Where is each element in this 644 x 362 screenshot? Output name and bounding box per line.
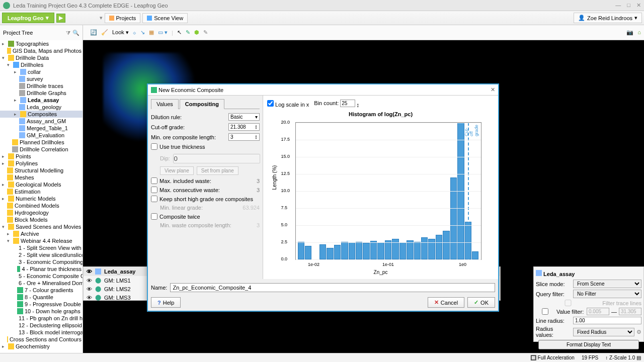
- keep-short-high-grade-check[interactable]: [151, 196, 157, 202]
- clear-icon[interactable]: 🧹: [101, 29, 108, 36]
- dialog-title: New Economic Composite: [158, 87, 223, 93]
- value-filter-check[interactable]: [536, 308, 554, 315]
- max-included-waste-check[interactable]: [151, 177, 157, 184]
- tool-icon[interactable]: ▦: [149, 29, 154, 36]
- project-tree[interactable]: ▸Topographies GIS Data, Maps and Photos …: [0, 40, 83, 353]
- tree-header: Project Tree ⧩🔍: [0, 25, 83, 40]
- tool-icon[interactable]: ✎: [203, 29, 208, 36]
- use-true-thickness-check[interactable]: [151, 143, 157, 150]
- pencil-icon[interactable]: ✎: [186, 29, 190, 36]
- status-zscale[interactable]: ↕ Z-Scale 1.0 ▤: [605, 355, 641, 360]
- view-plane-button: View plane: [160, 166, 194, 175]
- tab-scene-view[interactable]: Scene View: [142, 13, 188, 23]
- home-icon[interactable]: ⌂: [637, 29, 641, 36]
- chart-title: Histogram of log(Zn_pc): [267, 111, 494, 117]
- ok-button[interactable]: ✓OK: [467, 297, 495, 308]
- top-toolbar: Leapfrog Geo▾ ▶ ▾ Projects Scene View 👤Z…: [0, 11, 644, 25]
- dialog-icon: [151, 87, 157, 93]
- composite-twice-check[interactable]: [151, 213, 157, 220]
- cursor-icon[interactable]: ↖: [177, 29, 182, 36]
- tab-values[interactable]: Values: [151, 99, 179, 109]
- tool-icon[interactable]: ▭ ▾: [158, 29, 168, 36]
- cancel-button[interactable]: ✕Cancel: [428, 297, 464, 308]
- tool-icon[interactable]: ⬢: [194, 29, 199, 36]
- new-economic-composite-dialog: New Economic Composite ✕ Values Composit…: [147, 83, 499, 312]
- minimize-icon[interactable]: —: [615, 2, 621, 9]
- status-fps: 19 FPS: [582, 355, 598, 360]
- query-filter-select[interactable]: No Filter: [573, 290, 641, 298]
- histogram-chart: Length (%) Cut-off grade Zn_pc 0.02.55.0…: [275, 119, 487, 275]
- cutoff-label: Cut-off grade:: [151, 124, 228, 130]
- user-icon: 👤: [578, 15, 585, 21]
- cutoff-grade-input[interactable]: 21.308▲▼: [228, 123, 260, 131]
- window-title: Leda Training Project Geo 4.3 Complete E…: [13, 3, 168, 9]
- window-titlebar: Leda Training Project Geo 4.3 Complete E…: [0, 0, 644, 11]
- close-icon[interactable]: ✕: [636, 2, 641, 9]
- line-radius-input[interactable]: [573, 317, 641, 324]
- tool-icon[interactable]: ⟐: [133, 30, 136, 36]
- slice-mode-select[interactable]: From Scene: [573, 280, 641, 288]
- properties-panel: Leda_assay Slice mode:From Scene Query f…: [533, 266, 644, 342]
- radius-values-select[interactable]: Fixed Radius: [573, 328, 634, 336]
- app-icon: [3, 2, 10, 9]
- tab-projects[interactable]: Projects: [105, 13, 141, 23]
- play-button[interactable]: ▶: [56, 14, 65, 23]
- tab-compositing[interactable]: Compositing: [180, 99, 224, 109]
- name-label: Name:: [151, 285, 167, 291]
- dilution-rule-select[interactable]: Basic▾: [228, 113, 260, 121]
- search-icon[interactable]: 🔍: [72, 30, 79, 36]
- dialog-close-icon[interactable]: ✕: [491, 86, 495, 93]
- format-display-button[interactable]: Format Display Text: [538, 340, 639, 349]
- eye-icon[interactable]: 👁: [87, 268, 92, 275]
- look-dropdown[interactable]: Look ▾: [112, 29, 129, 36]
- filter-icon[interactable]: ⧩: [66, 30, 70, 36]
- minlen-label: Min. ore composite length:: [151, 134, 228, 140]
- user-button[interactable]: 👤Zoe Reid Lindroos▾: [574, 13, 642, 23]
- min-ore-length-input[interactable]: 3▲▼: [228, 133, 260, 141]
- max-consecutive-waste-check[interactable]: [151, 187, 157, 193]
- log-scale-check[interactable]: Log scale in x: [267, 100, 309, 108]
- tool-icon[interactable]: ↘: [140, 29, 145, 36]
- scene-toolbar: Project Tree ⧩🔍 🔄 🧹 Look ▾ ⟐ ↘ ▦ ▭ ▾ | ↖…: [0, 25, 644, 40]
- status-bar: 🔲 Full Acceleration 19 FPS ↕ Z-Scale 1.0…: [0, 353, 644, 362]
- set-from-plane-button: Set from plane: [197, 166, 238, 175]
- status-accel: 🔲 Full Acceleration: [530, 355, 575, 360]
- bin-count-input[interactable]: [340, 100, 355, 107]
- composite-name-input[interactable]: [170, 283, 495, 292]
- refresh-icon[interactable]: 🔄: [90, 29, 97, 36]
- maximize-icon[interactable]: □: [627, 2, 630, 9]
- camera-icon[interactable]: 📷: [626, 29, 633, 36]
- dialog-tabs: Values Compositing: [151, 99, 260, 109]
- brand-button[interactable]: Leapfrog Geo▾: [2, 13, 54, 23]
- dilution-label: Dilution rule:: [151, 114, 228, 120]
- filter-trace-check: [536, 300, 600, 306]
- help-button[interactable]: ?Help: [151, 297, 181, 308]
- project-tree-title: Project Tree: [3, 30, 33, 36]
